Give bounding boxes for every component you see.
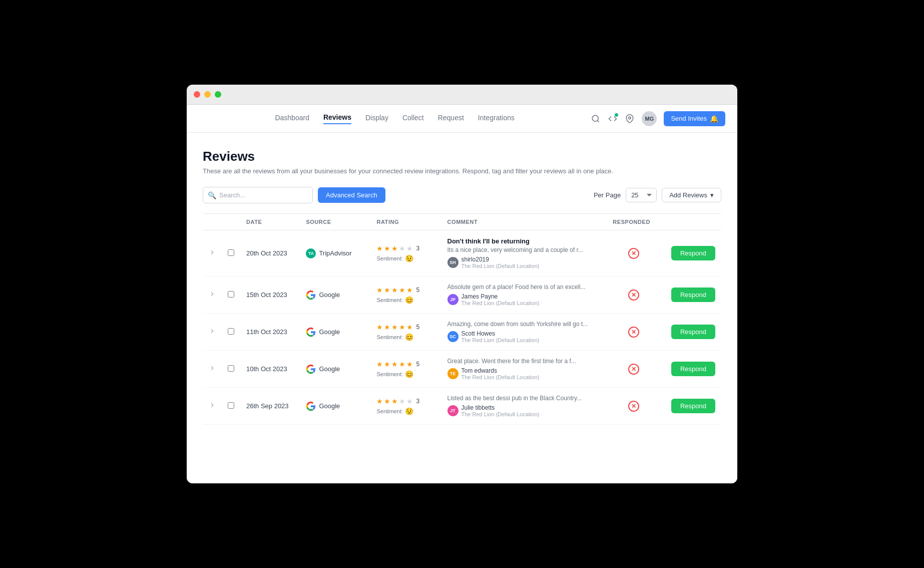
row-expand-4[interactable]	[203, 388, 222, 425]
respond-button-0[interactable]: Respond	[671, 246, 715, 260]
source-name-3: Google	[319, 365, 340, 373]
svg-point-0	[593, 115, 599, 121]
table-row: 26th Sep 2023 Google ★★★★★ 3 Sentiment: …	[203, 388, 721, 425]
row-source-3[interactable]: Google	[300, 351, 370, 388]
row-action-4: Respond	[660, 388, 721, 425]
col-action	[660, 214, 721, 230]
checkbox-0[interactable]	[228, 249, 234, 256]
comment-title-0: Don't think I'll be returning	[447, 237, 601, 245]
reviewer-name-3: Tom edwards	[461, 367, 540, 374]
star-icon: ★	[376, 397, 383, 405]
star-icon: ★	[384, 360, 390, 368]
toolbar-right: Per Page 25 50 100 Add Reviews ▾	[594, 188, 721, 202]
row-comment-1[interactable]: Absolute gem of a place! Food here is of…	[441, 276, 607, 314]
add-reviews-label: Add Reviews	[669, 191, 707, 199]
comment-text-4: Listed as the best dessi pub in the Blac…	[447, 395, 601, 402]
google-logo	[306, 290, 316, 300]
star-icon: ★	[384, 323, 390, 331]
row-action-0: Respond	[660, 230, 721, 276]
send-invites-button[interactable]: Send Invites 🔔	[664, 111, 725, 126]
avatar[interactable]: MG	[642, 111, 657, 126]
nav-dashboard[interactable]: Dashboard	[275, 114, 309, 124]
per-page-select[interactable]: 25 50 100	[626, 188, 657, 202]
respond-button-3[interactable]: Respond	[671, 362, 715, 376]
row-source-4[interactable]: Google	[300, 388, 370, 425]
row-expand-0[interactable]	[203, 230, 222, 276]
search-input-icon: 🔍	[208, 191, 216, 199]
respond-button-1[interactable]: Respond	[671, 288, 715, 302]
advanced-search-button[interactable]: Advanced Search	[318, 187, 385, 203]
row-expand-3[interactable]	[203, 351, 222, 388]
code-icon[interactable]	[608, 114, 618, 124]
reviewer-avatar-0: SH	[447, 257, 458, 268]
row-source-1[interactable]: Google	[300, 276, 370, 314]
star-icon: ★	[399, 397, 405, 405]
row-expand-2[interactable]	[203, 314, 222, 351]
row-rating-1: ★★★★★ 5 Sentiment: 😊	[370, 276, 441, 314]
row-source-2[interactable]: Google	[300, 314, 370, 351]
reviewer-avatar-1: JP	[447, 294, 458, 305]
respond-button-2[interactable]: Respond	[671, 325, 715, 339]
row-checkbox-3[interactable]	[222, 351, 240, 388]
google-logo	[306, 364, 316, 374]
row-date-4: 26th Sep 2023	[240, 388, 300, 425]
table-row: 10th Oct 2023 Google ★★★★★ 5 Sentiment: …	[203, 351, 721, 388]
location-icon[interactable]	[625, 114, 635, 124]
star-count-2: 5	[416, 324, 419, 331]
maximize-button[interactable]	[215, 91, 221, 98]
reviewer-location-2: The Red Lion (Default Location)	[461, 337, 540, 343]
star-icon: ★	[376, 244, 383, 252]
row-checkbox-0[interactable]	[222, 230, 240, 276]
close-button[interactable]	[194, 91, 200, 98]
nav-request[interactable]: Request	[438, 114, 464, 124]
reviewer-location-3: The Red Lion (Default Location)	[461, 374, 540, 380]
star-icon: ★	[391, 244, 398, 252]
reviewer-avatar-2: SC	[447, 331, 458, 342]
nav-collect[interactable]: Collect	[402, 114, 424, 124]
row-comment-0[interactable]: Don't think I'll be returning Its a nice…	[441, 230, 607, 276]
col-date: DATE	[240, 214, 300, 230]
row-rating-2: ★★★★★ 5 Sentiment: 😊	[370, 314, 441, 351]
row-checkbox-1[interactable]	[222, 276, 240, 314]
checkbox-2[interactable]	[228, 328, 234, 335]
google-logo	[306, 327, 316, 337]
sentiment-label-0: Sentiment:	[376, 255, 403, 261]
send-invites-label: Send Invites	[671, 115, 707, 122]
table-row: 15th Oct 2023 Google ★★★★★ 5 Sentiment: …	[203, 276, 721, 314]
app-window: Dashboard Reviews Display Collect Reques…	[187, 85, 737, 483]
sentiment-emoji-3: 😊	[405, 370, 413, 378]
ta-icon: TA	[306, 248, 316, 258]
star-icon: ★	[406, 323, 413, 331]
not-responded-icon-4: ✕	[628, 401, 639, 412]
row-checkbox-2[interactable]	[222, 314, 240, 351]
sentiment-emoji-1: 😊	[405, 296, 413, 304]
star-count-4: 3	[416, 398, 419, 405]
col-rating: RATING	[370, 214, 441, 230]
nav-reviews[interactable]: Reviews	[323, 113, 351, 124]
minimize-button[interactable]	[204, 91, 211, 98]
row-comment-2[interactable]: Amazing, come down from south Yorkshire …	[441, 314, 607, 351]
row-comment-3[interactable]: Great place. Went there for the first ti…	[441, 351, 607, 388]
nav-display[interactable]: Display	[365, 114, 388, 124]
tripadvisor-logo: TA	[306, 248, 316, 258]
row-source-0[interactable]: TA TripAdvisor	[300, 230, 370, 276]
row-comment-4[interactable]: Listed as the best dessi pub in the Blac…	[441, 388, 607, 425]
row-expand-1[interactable]	[203, 276, 222, 314]
row-responded-4: ✕	[607, 388, 660, 425]
row-date-0: 20th Oct 2023	[240, 230, 300, 276]
search-input[interactable]	[203, 187, 313, 203]
star-icon: ★	[376, 323, 383, 331]
checkbox-3[interactable]	[228, 365, 234, 372]
main-content: Reviews These are all the reviews from a…	[187, 133, 737, 483]
checkbox-1[interactable]	[228, 291, 234, 298]
star-icon: ★	[391, 286, 398, 294]
row-checkbox-4[interactable]	[222, 388, 240, 425]
checkbox-4[interactable]	[228, 402, 234, 409]
col-expand	[203, 214, 222, 230]
nav-integrations[interactable]: Integrations	[478, 114, 515, 124]
search-icon[interactable]	[591, 114, 601, 124]
star-icon: ★	[391, 360, 398, 368]
reviewer-name-2: Scott Howes	[461, 330, 540, 337]
add-reviews-button[interactable]: Add Reviews ▾	[662, 188, 721, 202]
respond-button-4[interactable]: Respond	[671, 399, 715, 413]
